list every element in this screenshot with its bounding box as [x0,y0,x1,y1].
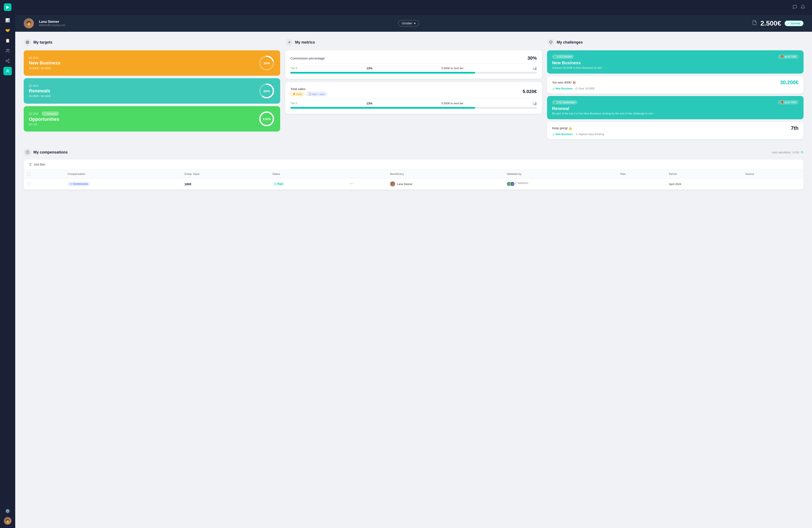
challenge-tag-1b: Goal: 30.000€ [575,87,594,90]
refresh-icon[interactable]: ↻ [801,150,803,155]
commission-tier-bar [290,72,475,74]
sidebar-item-connections[interactable] [3,57,12,65]
col-status: Status [269,170,346,178]
deal-value-filter-tag[interactable]: 📋 deal > value [306,92,327,96]
status-badge: Paid [272,182,285,186]
target-values-1: 10.000€ / 50.000€ [29,67,60,70]
col-source: Source [742,170,803,178]
metrics-section: My metrics Commission percentage 30% Tie… [285,39,542,142]
document-icon[interactable] [752,20,757,26]
comp-value: 180€ [184,182,191,186]
sidebar-item-reports[interactable]: 📋 [3,36,12,45]
sales-tier-pct: 13% [366,102,372,105]
deals-filter-tag[interactable]: 🔥 Deals [290,92,304,96]
targets-section: My targets Q3 2024 New Business 10.000€ … [24,39,280,142]
source-cell [742,178,803,190]
target-name-1: New Business [29,60,60,66]
challenge-result-amount-1: 30.200€ [780,79,798,85]
row-action-icon[interactable] [350,182,353,186]
challenge-tag-2b: Highest-value Ranking [575,133,604,136]
svg-point-32 [352,184,352,184]
col-beneficiary: Beneficiary [387,170,503,178]
comp-type-badge: Commission [68,182,90,186]
challenge-result-text-2: Keep going! 💪 [552,127,572,130]
challenge-desc-2: Be part of the top 3 in the New Business… [552,112,798,115]
targets-section-icon [24,39,31,46]
target-values-2: 36.000€ / 60.000€ [29,94,51,98]
sales-tier-bar [290,107,475,109]
svg-point-10 [27,42,28,43]
main-area: 🧑 Lana Steiner lsteiner@company.com Octo… [15,0,812,528]
topbar [15,0,812,15]
total-sales-label: Total sales [290,87,327,91]
row-checkbox[interactable] [27,182,30,186]
plan-cell [617,178,665,190]
app-logo[interactable]: ▶ [4,3,11,11]
content-area: My targets Q3 2024 New Business 10.000€ … [15,32,812,528]
col-compensation: Compensation [64,170,181,178]
target-progress-2: 60% [258,83,275,99]
challenge-date-2: 1-31 September [552,100,577,104]
metrics-section-icon [285,39,293,46]
commission-value: 30% [527,55,537,61]
col-plan: Plan [617,170,665,178]
challenge-prize-2: 🎁 up to 700€ [778,100,798,104]
col-period: Period [665,170,742,178]
sidebar-item-settings[interactable]: ⚙️ [3,507,12,515]
sales-tier: Tier 5 [290,102,297,105]
target-name-3: Opportunities [29,117,59,122]
commission-card: Commission percentage 30% Tier 5 13% 5.0… [285,50,542,79]
sidebar-item-profile[interactable] [3,67,12,75]
compensations-section: My compensations Last calculation: 13:50… [24,148,803,190]
col-validated-by: Validated by [503,170,617,178]
challenge-card-2: 1-31 September 🎁 up to 700€ Renewal Be p… [547,96,803,119]
month-selector[interactable]: October ▾ [398,20,419,26]
compensations-table: Compensation Comp. Value Status Benefici… [24,170,803,190]
challenge-desc-1: Achieve 30.000€ in New Business to win! [552,66,798,69]
table-row: Commission 180€ Paid [24,178,803,190]
achieved-badge: ✓ Achieved [42,112,59,116]
validator-avatar-2 [510,182,515,186]
challenge-tag-2a: New Business [552,133,572,136]
bell-icon[interactable] [801,5,805,10]
user-info: Lana Steiner lsteiner@company.com [39,20,66,27]
select-all-checkbox[interactable] [27,172,30,176]
svg-point-7 [7,70,8,71]
chat-icon[interactable] [793,5,797,10]
sidebar-item-team[interactable] [3,46,12,55]
challenge-date-1: 1-31 October [552,55,574,59]
last-calculation-text: Last calculation: 13:50 [772,151,799,154]
cards-row: My targets Q3 2024 New Business 10.000€ … [24,39,803,142]
metrics-title: My metrics [295,40,315,45]
svg-line-6 [7,60,8,61]
svg-point-2 [8,59,10,60]
commission-label: Commission percentage [290,57,324,60]
period-cell: April 2024 [665,178,742,190]
add-filter-button[interactable]: Add filter [24,159,803,170]
target-pct-3: 110% [263,117,271,121]
target-name-2: Renewals [29,88,51,94]
target-pct-2: 60% [263,89,270,93]
challenges-section-icon [547,39,555,46]
user-avatar: 🧑 [24,18,34,28]
svg-point-9 [27,42,29,43]
targets-title: My targets [33,40,53,45]
col-comp-value: Comp. Value [181,170,269,178]
sidebar-user-avatar[interactable]: 🧑 [4,517,11,525]
challenge-result-text-1: You won 400€! 🎉 [552,81,576,84]
svg-point-4 [8,62,10,63]
target-progress-3: 110% [258,111,275,127]
compensations-card: Add filter Compensation Comp. Value Stat… [24,159,803,190]
sales-tier-next: 5.000€ to next tier [441,102,464,105]
challenges-title: My challenges [557,40,583,45]
col-actions [346,170,387,178]
user-name: Lana Steiner [39,20,66,24]
svg-point-3 [6,60,7,61]
compensations-section-icon [24,148,31,156]
target-quarter-3: Q3 2024 [29,112,39,115]
sidebar-item-deals[interactable]: 🤝 [3,26,12,35]
filter-label: Add filter [34,163,45,166]
total-sales-card: Total sales 🔥 Deals 📋 deal > value 5.020… [285,82,542,114]
sidebar-item-dashboard[interactable]: 📊 [3,16,12,25]
svg-point-33 [350,184,350,184]
